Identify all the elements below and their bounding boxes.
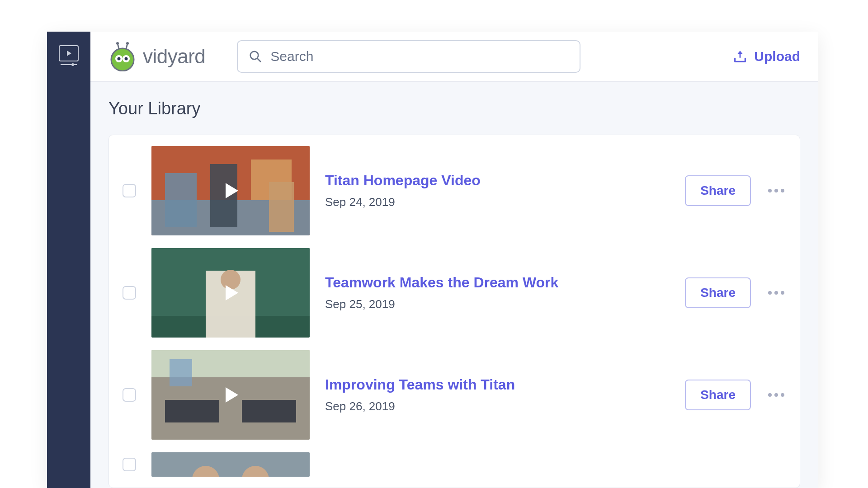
svg-point-7	[118, 57, 121, 61]
video-row: Teamwork Makes the Dream Work Sep 25, 20…	[120, 248, 791, 338]
share-button[interactable]: Share	[685, 175, 751, 206]
top-bar: vidyard Upload	[90, 32, 818, 82]
row-actions: Share	[685, 380, 788, 410]
search-icon	[249, 50, 262, 63]
svg-point-8	[125, 57, 128, 61]
more-options-icon[interactable]	[764, 389, 788, 400]
video-title-link[interactable]: Titan Homepage Video	[325, 172, 670, 189]
video-date: Sep 24, 2019	[325, 195, 670, 209]
more-options-icon[interactable]	[764, 287, 788, 298]
video-row	[120, 452, 791, 477]
upload-icon	[732, 49, 748, 64]
video-row: Titan Homepage Video Sep 24, 2019 Share	[120, 146, 791, 235]
svg-rect-14	[165, 173, 197, 227]
search-field[interactable]	[237, 40, 580, 73]
main-area: vidyard Upload Your Library	[90, 32, 818, 488]
vertical-nav	[47, 32, 90, 488]
video-date: Sep 25, 2019	[325, 297, 670, 311]
page-title: Your Library	[108, 99, 800, 118]
brand-mark-icon	[108, 42, 137, 71]
play-icon	[219, 282, 242, 304]
svg-rect-24	[165, 400, 219, 422]
select-checkbox[interactable]	[123, 286, 136, 300]
svg-point-3	[126, 42, 129, 45]
video-list: Titan Homepage Video Sep 24, 2019 Share	[108, 135, 800, 488]
select-checkbox[interactable]	[123, 458, 136, 471]
svg-rect-23	[170, 359, 192, 386]
video-meta: Teamwork Makes the Dream Work Sep 25, 20…	[325, 274, 670, 311]
video-title-link[interactable]: Improving Teams with Titan	[325, 376, 670, 393]
video-title-link[interactable]: Teamwork Makes the Dream Work	[325, 274, 670, 291]
video-thumbnail[interactable]	[151, 146, 310, 235]
play-icon	[219, 179, 242, 202]
svg-point-2	[116, 42, 119, 45]
video-thumbnail[interactable]	[151, 452, 310, 477]
svg-rect-16	[269, 182, 294, 232]
svg-rect-26	[151, 452, 310, 477]
video-row: Improving Teams with Titan Sep 26, 2019 …	[120, 350, 791, 440]
upload-label: Upload	[754, 49, 800, 64]
more-options-icon[interactable]	[764, 185, 788, 196]
video-meta: Improving Teams with Titan Sep 26, 2019	[325, 376, 670, 413]
search-input[interactable]	[270, 49, 569, 64]
brand-name: vidyard	[143, 45, 205, 68]
svg-point-4	[111, 48, 134, 71]
svg-rect-25	[242, 400, 296, 422]
svg-line-10	[257, 58, 260, 61]
video-thumbnail[interactable]	[151, 350, 310, 440]
row-actions: Share	[685, 175, 788, 206]
video-date: Sep 26, 2019	[325, 399, 670, 413]
play-icon	[219, 384, 242, 406]
share-button[interactable]: Share	[685, 277, 751, 308]
share-button[interactable]: Share	[685, 380, 751, 410]
app-frame: vidyard Upload Your Library	[47, 32, 818, 488]
brand-logo[interactable]: vidyard	[108, 42, 205, 71]
select-checkbox[interactable]	[123, 388, 136, 402]
content-area: Your Library	[90, 82, 818, 488]
video-meta: Titan Homepage Video Sep 24, 2019	[325, 172, 670, 209]
video-thumbnail[interactable]	[151, 248, 310, 338]
nav-video-library-icon[interactable]	[59, 45, 79, 61]
upload-button[interactable]: Upload	[732, 49, 800, 64]
row-actions: Share	[685, 277, 788, 308]
select-checkbox[interactable]	[123, 184, 136, 197]
